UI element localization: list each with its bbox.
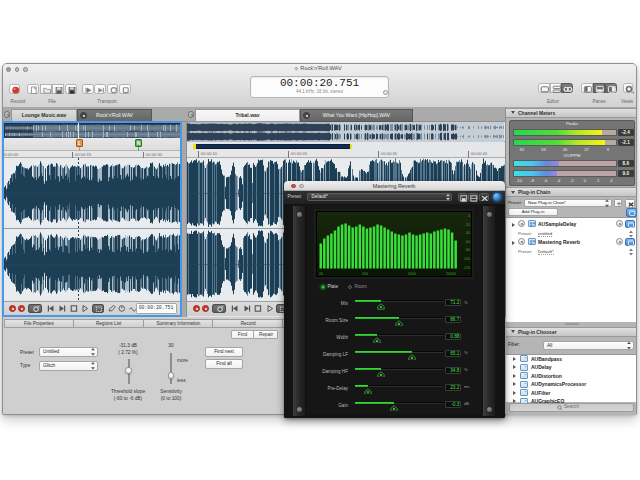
- svg-text:-100: -100: [463, 257, 470, 261]
- svg-text:20: 20: [319, 272, 323, 276]
- svg-text:-40: -40: [465, 231, 470, 235]
- svg-text:20000: 20000: [446, 272, 456, 276]
- svg-text:200: 200: [362, 272, 368, 276]
- svg-text:-20: -20: [465, 223, 470, 227]
- svg-text:2000: 2000: [408, 272, 416, 276]
- svg-text:-120: -120: [463, 266, 470, 270]
- svg-text:0: 0: [468, 214, 470, 218]
- svg-text:-80: -80: [465, 248, 470, 252]
- svg-text:-60: -60: [465, 240, 470, 244]
